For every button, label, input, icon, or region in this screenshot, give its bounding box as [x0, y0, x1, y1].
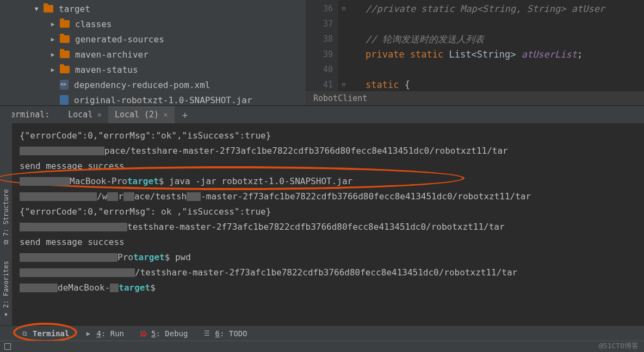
- terminal-line: send message success: [20, 159, 639, 174]
- folder-icon: [60, 35, 70, 43]
- terminal-line: pace/testshare-master-2f73afc1be7822cdfb…: [20, 143, 639, 159]
- tree-label: maven-status: [75, 65, 138, 75]
- terminal-icon: ⧉: [21, 330, 28, 337]
- tree-folder-status[interactable]: ▶ maven-status: [0, 62, 306, 77]
- line-gutter: 36373839404142: [306, 0, 338, 91]
- xml-file-icon: [60, 80, 69, 90]
- tree-label: target: [59, 4, 90, 14]
- terminal-line: deMacBook- target $: [20, 280, 639, 296]
- tree-label: generated-sources: [75, 34, 164, 45]
- tab-label: Local (2): [115, 110, 159, 120]
- breadcrumb-item: RobotClient: [313, 93, 367, 103]
- tool-todo[interactable]: ☰ 6: TODO: [203, 329, 247, 338]
- terminal-output[interactable]: {"errorCode":0,"errorMsg":"ok","isSucces…: [0, 124, 644, 307]
- chevron-right-icon: ▶: [49, 66, 57, 73]
- tree-folder-classes[interactable]: ▶ classes: [0, 16, 306, 32]
- chevron-right-icon: ▶: [49, 21, 57, 28]
- terminal-panel-title: Terminal:: [5, 110, 49, 120]
- bug-icon: 🐞: [139, 330, 147, 337]
- terminal-tab-bar: Terminal: Local × Local (2) × +: [0, 106, 644, 124]
- folder-icon: [60, 20, 70, 28]
- terminal-panel: Terminal: Local × Local (2) × + {"errorC…: [0, 106, 644, 307]
- tree-label: classes: [75, 19, 112, 29]
- terminal-line: /wrace/testsh-master-2f73afc1be7822cdfb3…: [20, 189, 639, 204]
- chevron-down-icon: ▼: [33, 5, 40, 12]
- tool-terminal[interactable]: ⧉ Terminal: [21, 329, 69, 338]
- tree-label: dependency-reduced-pom.xml: [74, 80, 210, 90]
- terminal-line: Pro target $ pwd: [20, 250, 639, 265]
- chevron-right-icon: ▶: [49, 51, 57, 58]
- terminal-tab-local-2[interactable]: Local (2) ×: [108, 106, 175, 123]
- list-icon: ☰: [203, 330, 210, 337]
- terminal-line: send message success: [20, 235, 639, 250]
- bottom-tool-bar: ⧉ Terminal ▶ 4: Run 🐞 5: Debug ☰ 6: TODO: [0, 325, 644, 341]
- watermark: @51CTO博客: [599, 341, 639, 351]
- tool-debug[interactable]: 🐞 5: Debug: [139, 329, 188, 338]
- chevron-right-icon: ▶: [49, 36, 57, 43]
- tree-folder-generated[interactable]: ▶ generated-sources: [0, 32, 306, 47]
- terminal-tab-local[interactable]: Local ×: [61, 106, 108, 123]
- new-terminal-tab-button[interactable]: +: [175, 109, 196, 121]
- terminal-line: testshare-master-2f73afc1be7822cdfb3766d…: [20, 219, 639, 235]
- close-icon[interactable]: ×: [97, 110, 101, 119]
- status-square-icon[interactable]: [4, 343, 11, 350]
- folder-icon: [60, 51, 70, 58]
- breadcrumb[interactable]: RobotClient: [306, 91, 644, 105]
- folder-icon: [44, 5, 53, 12]
- tree-file-jar[interactable]: original-robotxzt-1.0-SNAPSHOT.jar: [0, 92, 306, 105]
- code-area[interactable]: //private static Map<String, String> atU…: [349, 0, 644, 91]
- tree-label: maven-archiver: [75, 49, 148, 60]
- terminal-line: {"errorCode":0,"errorMsg": ok ,"isSucces…: [20, 204, 639, 219]
- tab-label: Local: [68, 110, 92, 120]
- tool-run[interactable]: ▶ 4: Run: [84, 329, 124, 338]
- terminal-line: {"errorCode":0,"errorMsg":"ok","isSucces…: [20, 128, 639, 143]
- code-editor[interactable]: 36373839404142 ⊟ ⊟ //private static Map<…: [306, 0, 644, 105]
- tree-file-pom[interactable]: dependency-reduced-pom.xml: [0, 77, 306, 92]
- status-bar: [0, 341, 644, 352]
- play-icon: ▶: [84, 330, 92, 337]
- tree-folder-archiver[interactable]: ▶ maven-archiver: [0, 47, 306, 62]
- folder-icon: [60, 66, 70, 73]
- terminal-line: MacBook-Pro target $ java -jar robotxzt-…: [20, 174, 639, 189]
- tree-label: original-robotxzt-1.0-SNAPSHOT.jar: [74, 95, 252, 105]
- project-tree[interactable]: ▼ target ▶ classes ▶ generated-sources ▶…: [0, 0, 306, 105]
- close-icon[interactable]: ×: [163, 110, 168, 119]
- jar-file-icon: [60, 95, 69, 105]
- terminal-line: /testshare-master-2f73afc1be7822cdfb3766…: [20, 265, 639, 280]
- tree-folder-target[interactable]: ▼ target: [0, 1, 306, 16]
- fold-gutter[interactable]: ⊟ ⊟: [338, 0, 349, 91]
